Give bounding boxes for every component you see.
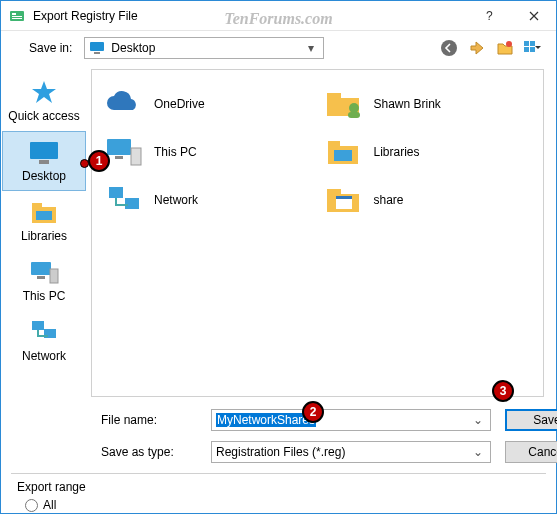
radio-all[interactable]: All [25,498,540,512]
svg-rect-2 [12,16,22,17]
place-network[interactable]: Network [2,311,86,371]
svg-rect-21 [32,321,44,330]
svg-rect-11 [524,47,529,52]
network-icon [28,319,60,347]
place-quickaccess[interactable]: Quick access [2,71,86,131]
filename-value: MyNetworkShares [216,413,316,427]
file-onedrive[interactable]: OneDrive [98,80,318,128]
chevron-down-icon: ▾ [303,41,319,55]
svg-rect-33 [109,187,123,198]
svg-rect-10 [530,41,535,46]
export-range-legend: Export range [17,480,540,494]
filename-label: File name: [101,413,197,427]
svg-rect-3 [12,18,22,19]
view-menu-button[interactable] [522,37,544,59]
saveas-value: Registration Files (*.reg) [216,445,345,459]
divider [11,473,546,474]
svg-rect-9 [524,41,529,46]
svg-rect-13 [30,142,58,159]
savein-toolbar: Save in: Desktop ▾ [1,31,556,65]
export-registry-dialog: TenForums.com Export Registry File ? Sav… [0,0,557,514]
cancel-button[interactable]: Cancel [505,441,557,463]
share-folder-icon [324,180,364,220]
svg-rect-34 [125,198,139,209]
svg-point-8 [506,41,512,47]
monitor-icon [28,139,60,167]
titlebar: Export Registry File ? [1,1,556,31]
svg-rect-5 [90,42,104,51]
save-button[interactable]: Save [505,409,557,431]
svg-rect-16 [32,203,42,208]
help-button[interactable]: ? [466,1,511,31]
svg-rect-12 [530,47,535,52]
libraries-icon [28,199,60,227]
svg-rect-1 [12,13,16,15]
svg-rect-20 [50,269,58,283]
svg-rect-38 [336,196,352,199]
svg-point-25 [349,103,359,113]
window-title: Export Registry File [33,9,466,23]
export-range-group: Export range All Selected branch [1,476,556,514]
svg-point-7 [441,40,457,56]
file-share[interactable]: share [318,176,538,224]
file-user-shawn[interactable]: Shawn Brink [318,80,538,128]
new-folder-button[interactable] [494,37,516,59]
dialog-body: Quick access Desktop Libraries This PC N… [1,65,556,401]
svg-rect-24 [327,93,341,99]
libraries-icon [324,132,364,172]
desktop-icon [89,41,105,55]
svg-rect-31 [328,141,340,147]
filename-input[interactable]: MyNetworkShares ⌄ [211,409,491,431]
onedrive-icon [104,84,144,124]
network-icon [104,180,144,220]
file-network[interactable]: Network [98,176,318,224]
svg-rect-28 [115,156,123,159]
pc-icon [28,259,60,287]
star-icon [28,79,60,107]
svg-rect-36 [327,189,341,195]
svg-rect-26 [348,112,360,118]
user-folder-icon [324,84,364,124]
close-button[interactable] [511,1,556,31]
regedit-icon [9,8,25,24]
svg-rect-19 [37,276,45,279]
place-libraries[interactable]: Libraries [2,191,86,251]
svg-rect-32 [334,150,352,161]
place-thispc[interactable]: This PC [2,251,86,311]
filename-area: File name: MyNetworkShares ⌄ Save Save a… [1,401,556,471]
chevron-down-icon: ⌄ [470,445,486,459]
svg-rect-27 [107,139,131,155]
svg-rect-6 [94,52,100,54]
saveas-label: Save as type: [101,445,197,459]
file-list[interactable]: OneDrive Shawn Brink This PC Libraries N… [91,69,544,397]
svg-rect-29 [131,148,141,165]
places-bar: Quick access Desktop Libraries This PC N… [1,65,87,401]
saveas-combo[interactable]: Registration Files (*.reg) ⌄ [211,441,491,463]
svg-rect-18 [31,262,51,275]
savein-combo[interactable]: Desktop ▾ [84,37,324,59]
svg-rect-17 [36,211,52,220]
chevron-down-icon: ⌄ [470,413,486,427]
pc-icon [104,132,144,172]
radio-all-input[interactable] [25,499,38,512]
up-button[interactable] [466,37,488,59]
savein-label: Save in: [29,41,72,55]
place-desktop[interactable]: Desktop [2,131,86,191]
svg-text:?: ? [486,10,493,22]
savein-value: Desktop [111,41,155,55]
file-libraries[interactable]: Libraries [318,128,538,176]
back-button[interactable] [438,37,460,59]
svg-rect-14 [39,160,49,164]
file-thispc[interactable]: This PC [98,128,318,176]
